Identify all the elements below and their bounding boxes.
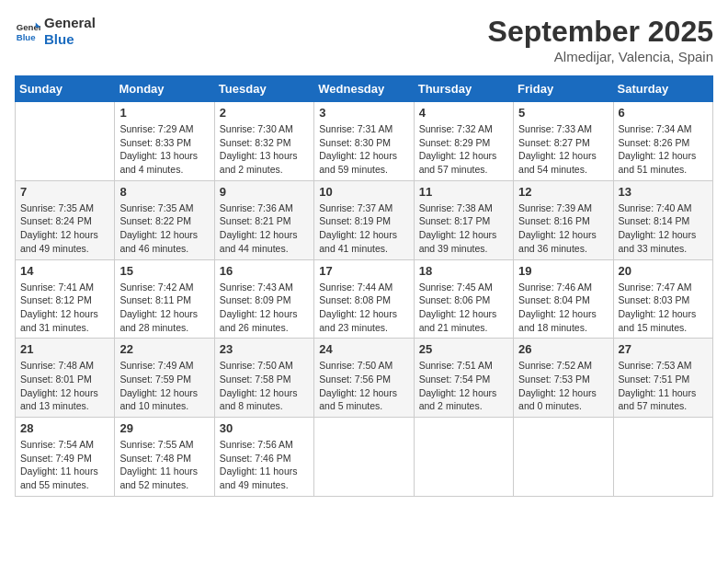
day-number: 8 bbox=[119, 185, 209, 199]
day-info: Sunrise: 7:55 AMSunset: 7:48 PMDaylight:… bbox=[119, 438, 209, 492]
day-number: 23 bbox=[220, 342, 309, 356]
day-info: Sunrise: 7:44 AMSunset: 8:08 PMDaylight:… bbox=[319, 281, 408, 335]
weekday-header: Monday bbox=[115, 76, 214, 102]
day-info: Sunrise: 7:41 AMSunset: 8:12 PMDaylight:… bbox=[20, 281, 109, 335]
calendar-cell: 24Sunrise: 7:50 AMSunset: 7:56 PMDayligh… bbox=[314, 339, 414, 418]
calendar-cell: 27Sunrise: 7:53 AMSunset: 7:51 PMDayligh… bbox=[613, 339, 712, 418]
calendar-cell: 1Sunrise: 7:29 AMSunset: 8:33 PMDaylight… bbox=[115, 102, 214, 181]
day-number: 5 bbox=[518, 106, 608, 120]
calendar-cell: 21Sunrise: 7:48 AMSunset: 8:01 PMDayligh… bbox=[16, 339, 115, 418]
logo: General Blue General Blue bbox=[15, 15, 96, 48]
calendar-cell: 8Sunrise: 7:35 AMSunset: 8:22 PMDaylight… bbox=[115, 180, 214, 259]
calendar-cell: 15Sunrise: 7:42 AMSunset: 8:11 PMDayligh… bbox=[115, 259, 214, 339]
weekday-header: Saturday bbox=[613, 76, 712, 102]
day-info: Sunrise: 7:50 AMSunset: 7:56 PMDaylight:… bbox=[319, 359, 408, 413]
day-number: 17 bbox=[319, 264, 408, 278]
weekday-header: Tuesday bbox=[214, 76, 313, 102]
day-info: Sunrise: 7:47 AMSunset: 8:03 PMDaylight:… bbox=[619, 281, 708, 335]
calendar-cell: 28Sunrise: 7:54 AMSunset: 7:49 PMDayligh… bbox=[16, 418, 115, 497]
day-number: 2 bbox=[220, 106, 309, 120]
day-info: Sunrise: 7:54 AMSunset: 7:49 PMDaylight:… bbox=[20, 438, 109, 492]
day-info: Sunrise: 7:32 AMSunset: 8:29 PMDaylight:… bbox=[419, 122, 508, 177]
calendar-table: SundayMondayTuesdayWednesdayThursdayFrid… bbox=[15, 75, 713, 497]
day-number: 26 bbox=[518, 342, 608, 356]
day-number: 4 bbox=[419, 106, 508, 120]
day-info: Sunrise: 7:39 AMSunset: 8:16 PMDaylight:… bbox=[518, 201, 608, 256]
calendar-cell: 13Sunrise: 7:40 AMSunset: 8:14 PMDayligh… bbox=[613, 180, 712, 259]
day-info: Sunrise: 7:50 AMSunset: 7:58 PMDaylight:… bbox=[220, 359, 309, 413]
calendar-cell bbox=[613, 418, 712, 497]
calendar-week-row: 28Sunrise: 7:54 AMSunset: 7:49 PMDayligh… bbox=[16, 418, 713, 497]
day-info: Sunrise: 7:42 AMSunset: 8:11 PMDaylight:… bbox=[119, 281, 209, 335]
calendar-cell: 14Sunrise: 7:41 AMSunset: 8:12 PMDayligh… bbox=[16, 259, 115, 339]
calendar-cell: 3Sunrise: 7:31 AMSunset: 8:30 PMDaylight… bbox=[314, 102, 414, 181]
calendar-week-row: 14Sunrise: 7:41 AMSunset: 8:12 PMDayligh… bbox=[16, 259, 713, 339]
calendar-cell: 22Sunrise: 7:49 AMSunset: 7:59 PMDayligh… bbox=[115, 339, 214, 418]
day-info: Sunrise: 7:29 AMSunset: 8:33 PMDaylight:… bbox=[119, 122, 209, 177]
day-number: 29 bbox=[119, 421, 209, 435]
day-info: Sunrise: 7:43 AMSunset: 8:09 PMDaylight:… bbox=[220, 281, 309, 335]
calendar-cell: 12Sunrise: 7:39 AMSunset: 8:16 PMDayligh… bbox=[514, 180, 613, 259]
page-header: General Blue General Blue September 2025… bbox=[15, 15, 713, 64]
day-number: 24 bbox=[319, 342, 408, 356]
day-number: 20 bbox=[619, 264, 708, 278]
calendar-cell: 7Sunrise: 7:35 AMSunset: 8:24 PMDaylight… bbox=[16, 180, 115, 259]
day-number: 18 bbox=[419, 264, 508, 278]
title-block: September 2025 Almedijar, Valencia, Spai… bbox=[488, 15, 713, 64]
logo-line2: Blue bbox=[44, 31, 96, 48]
logo-line1: General bbox=[44, 15, 96, 31]
calendar-cell bbox=[514, 418, 613, 497]
day-number: 21 bbox=[20, 342, 109, 356]
day-info: Sunrise: 7:51 AMSunset: 7:54 PMDaylight:… bbox=[419, 359, 508, 413]
day-info: Sunrise: 7:31 AMSunset: 8:30 PMDaylight:… bbox=[319, 122, 408, 177]
day-number: 19 bbox=[518, 264, 608, 278]
weekday-header: Sunday bbox=[16, 76, 115, 102]
day-number: 15 bbox=[119, 264, 209, 278]
calendar-cell: 30Sunrise: 7:56 AMSunset: 7:46 PMDayligh… bbox=[214, 418, 313, 497]
day-info: Sunrise: 7:34 AMSunset: 8:26 PMDaylight:… bbox=[619, 122, 708, 177]
calendar-cell: 18Sunrise: 7:45 AMSunset: 8:06 PMDayligh… bbox=[414, 259, 513, 339]
calendar-cell bbox=[16, 102, 115, 181]
weekday-header-row: SundayMondayTuesdayWednesdayThursdayFrid… bbox=[16, 76, 713, 102]
day-info: Sunrise: 7:52 AMSunset: 7:53 PMDaylight:… bbox=[518, 359, 608, 413]
day-info: Sunrise: 7:33 AMSunset: 8:27 PMDaylight:… bbox=[518, 122, 608, 177]
day-info: Sunrise: 7:45 AMSunset: 8:06 PMDaylight:… bbox=[419, 281, 508, 335]
day-info: Sunrise: 7:36 AMSunset: 8:21 PMDaylight:… bbox=[220, 201, 309, 256]
calendar-cell: 16Sunrise: 7:43 AMSunset: 8:09 PMDayligh… bbox=[214, 259, 313, 339]
day-info: Sunrise: 7:46 AMSunset: 8:04 PMDaylight:… bbox=[518, 281, 608, 335]
day-number: 25 bbox=[419, 342, 508, 356]
day-number: 9 bbox=[220, 185, 309, 199]
calendar-cell bbox=[414, 418, 513, 497]
month-title: September 2025 bbox=[488, 15, 713, 49]
day-info: Sunrise: 7:30 AMSunset: 8:32 PMDaylight:… bbox=[220, 122, 309, 177]
day-number: 3 bbox=[319, 106, 408, 120]
day-info: Sunrise: 7:37 AMSunset: 8:19 PMDaylight:… bbox=[319, 201, 408, 256]
day-info: Sunrise: 7:40 AMSunset: 8:14 PMDaylight:… bbox=[619, 201, 708, 256]
day-number: 11 bbox=[419, 185, 508, 199]
day-number: 16 bbox=[220, 264, 309, 278]
calendar-cell: 17Sunrise: 7:44 AMSunset: 8:08 PMDayligh… bbox=[314, 259, 414, 339]
day-info: Sunrise: 7:56 AMSunset: 7:46 PMDaylight:… bbox=[220, 438, 309, 492]
calendar-cell: 29Sunrise: 7:55 AMSunset: 7:48 PMDayligh… bbox=[115, 418, 214, 497]
day-info: Sunrise: 7:53 AMSunset: 7:51 PMDaylight:… bbox=[619, 359, 708, 413]
calendar-cell: 4Sunrise: 7:32 AMSunset: 8:29 PMDaylight… bbox=[414, 102, 513, 181]
day-number: 1 bbox=[119, 106, 209, 120]
calendar-cell: 19Sunrise: 7:46 AMSunset: 8:04 PMDayligh… bbox=[514, 259, 613, 339]
day-number: 22 bbox=[119, 342, 209, 356]
day-info: Sunrise: 7:38 AMSunset: 8:17 PMDaylight:… bbox=[419, 201, 508, 256]
day-info: Sunrise: 7:35 AMSunset: 8:24 PMDaylight:… bbox=[20, 201, 109, 256]
logo-icon: General Blue bbox=[15, 19, 40, 45]
day-number: 27 bbox=[619, 342, 708, 356]
calendar-cell: 10Sunrise: 7:37 AMSunset: 8:19 PMDayligh… bbox=[314, 180, 414, 259]
calendar-week-row: 7Sunrise: 7:35 AMSunset: 8:24 PMDaylight… bbox=[16, 180, 713, 259]
calendar-week-row: 21Sunrise: 7:48 AMSunset: 8:01 PMDayligh… bbox=[16, 339, 713, 418]
day-number: 28 bbox=[20, 421, 109, 435]
day-number: 14 bbox=[20, 264, 109, 278]
calendar-cell: 2Sunrise: 7:30 AMSunset: 8:32 PMDaylight… bbox=[214, 102, 313, 181]
day-info: Sunrise: 7:48 AMSunset: 8:01 PMDaylight:… bbox=[20, 359, 109, 413]
weekday-header: Wednesday bbox=[314, 76, 414, 102]
calendar-cell: 5Sunrise: 7:33 AMSunset: 8:27 PMDaylight… bbox=[514, 102, 613, 181]
calendar-cell: 9Sunrise: 7:36 AMSunset: 8:21 PMDaylight… bbox=[214, 180, 313, 259]
calendar-week-row: 1Sunrise: 7:29 AMSunset: 8:33 PMDaylight… bbox=[16, 102, 713, 181]
calendar-cell: 23Sunrise: 7:50 AMSunset: 7:58 PMDayligh… bbox=[214, 339, 313, 418]
